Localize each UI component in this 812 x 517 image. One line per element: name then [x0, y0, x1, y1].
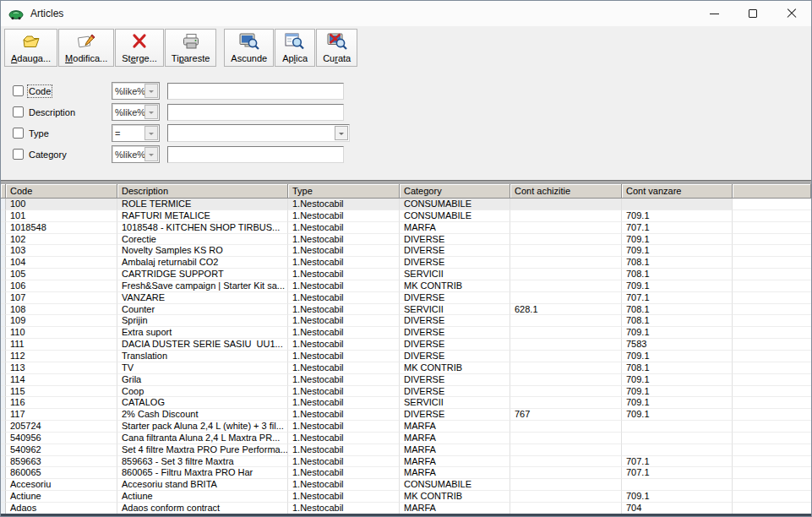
- cell-category: DIVERSE: [400, 339, 510, 351]
- type-operator-select[interactable]: =: [112, 124, 160, 142]
- window-title: Articles: [30, 8, 63, 19]
- table-row[interactable]: 116 CATALOG 1.Nestocabil SERVICII 709.1: [1, 397, 811, 409]
- table-row[interactable]: 205724 Starter pack Aluna 2,4 L (white) …: [1, 421, 811, 433]
- cell-cont-vanzare: 709.1: [622, 234, 733, 246]
- sterge-button[interactable]: Sterge...: [115, 29, 164, 67]
- table-row[interactable]: 112 Translation 1.Nestocabil DIVERSE 709…: [1, 351, 811, 362]
- cell-code: 113: [6, 362, 117, 374]
- type-filter-checkbox[interactable]: [13, 128, 24, 139]
- articles-grid: Code Description Type Category Cont achi…: [1, 180, 811, 514]
- modifica-button[interactable]: Modifica...: [58, 29, 114, 67]
- ascunde-button[interactable]: Ascunde: [224, 29, 274, 67]
- table-row[interactable]: 117 2% Cash Discount 1.Nestocabil DIVERS…: [1, 409, 811, 421]
- column-header-cont-achizitie[interactable]: Cont achizitie: [510, 184, 622, 199]
- table-row[interactable]: 115 Coop 1.Nestocabil DIVERSE 709.1: [1, 386, 811, 398]
- table-row[interactable]: 108 Counter 1.Nestocabil SERVICII 628.1 …: [1, 304, 811, 316]
- cell-cont-achizitie: [510, 433, 622, 444]
- table-row[interactable]: 105 CARTRIDGE SUPPORT 1.Nestocabil SERVI…: [1, 269, 811, 280]
- cell-cont-vanzare: [622, 199, 733, 210]
- cell-cont-vanzare: 709.1: [622, 327, 733, 339]
- cell-type: 1.Nestocabil: [288, 421, 400, 433]
- cell-category: MK CONTRIB: [400, 280, 510, 292]
- cell-filler: [733, 456, 811, 468]
- table-row[interactable]: 103 Novelty Samples KS RO 1.Nestocabil D…: [1, 245, 811, 257]
- minimize-button[interactable]: [695, 1, 733, 26]
- close-button[interactable]: [772, 1, 811, 26]
- column-header-cont-vanzare[interactable]: Cont vanzare: [622, 184, 733, 199]
- toolbar: Adauga... Modifica... Sterge...: [4, 29, 358, 67]
- cell-type: 1.Nestocabil: [288, 339, 400, 351]
- cell-category: CONSUMABILE: [400, 210, 510, 222]
- cell-cont-vanzare: 704: [622, 503, 733, 514]
- category-filter-checkbox[interactable]: [13, 149, 24, 160]
- category-filter-input[interactable]: [167, 146, 344, 163]
- close-icon: [787, 8, 797, 19]
- maximize-button[interactable]: [733, 1, 772, 26]
- table-row[interactable]: 113 TV 1.Nestocabil MK CONTRIB 708.1: [1, 362, 811, 374]
- aplica-button[interactable]: Aplica: [275, 29, 315, 67]
- description-operator-select[interactable]: %like%: [112, 103, 160, 121]
- filter-panel: Code %like% Description %like% Type: [13, 80, 350, 165]
- column-header-code[interactable]: Code: [6, 184, 117, 199]
- cell-category: MARFA: [400, 456, 510, 468]
- table-row[interactable]: 540962 Set 4 filtre Maxtra PRO Pure Perf…: [1, 444, 811, 456]
- column-header-description[interactable]: Description: [117, 184, 288, 199]
- cell-description: 2% Cash Discount: [117, 409, 288, 421]
- titlebar[interactable]: Articles: [1, 1, 811, 26]
- table-row[interactable]: Actiune Actiune 1.Nestocabil MK CONTRIB …: [1, 491, 811, 503]
- cell-cont-vanzare: 709.1: [622, 351, 733, 362]
- cell-cont-achizitie: [510, 397, 622, 409]
- cell-type: 1.Nestocabil: [288, 397, 400, 409]
- category-operator-select[interactable]: %like%: [112, 145, 160, 163]
- table-row[interactable]: Accesoriu Accesoriu stand BRITA 1.Nestoc…: [1, 479, 811, 491]
- table-row[interactable]: 107 VANZARE 1.Nestocabil DIVERSE 707.1: [1, 292, 811, 304]
- table-row[interactable]: 102 Corectie 1.Nestocabil DIVERSE 709.1: [1, 234, 811, 246]
- table-row[interactable]: 104 Ambalaj returnabil CO2 1.Nestocabil …: [1, 257, 811, 269]
- cell-filler: [733, 351, 811, 362]
- code-operator-select[interactable]: %like%: [112, 82, 160, 100]
- column-header-type[interactable]: Type: [288, 184, 400, 199]
- cell-filler: [733, 315, 811, 327]
- cell-filler: [733, 491, 811, 503]
- cell-category: CONSUMABILE: [400, 199, 510, 210]
- cell-description: 1018548 - KITCHEN SHOP TIRBUS...: [117, 222, 288, 234]
- chevron-down-icon: [335, 126, 348, 140]
- cell-code: 102: [6, 234, 117, 246]
- cell-category: MARFA: [400, 503, 510, 514]
- table-row[interactable]: 111 DACIA DUSTER SERIE SASIU UU1... 1.Ne…: [1, 339, 811, 351]
- type-filter-combobox[interactable]: [167, 124, 350, 142]
- table-row[interactable]: 110 Extra suport 1.Nestocabil DIVERSE 70…: [1, 327, 811, 339]
- cell-code: 116: [6, 397, 117, 409]
- column-header-filler: [733, 184, 811, 199]
- table-row[interactable]: Adaos Adaos conform contract 1.Nestocabi…: [1, 503, 811, 514]
- table-row[interactable]: 114 Grila 1.Nestocabil DIVERSE 709.1: [1, 374, 811, 386]
- table-row[interactable]: 540956 Cana filtranta Aluna 2,4 L Maxtra…: [1, 433, 811, 444]
- table-row[interactable]: 100 ROLE TERMICE 1.Nestocabil CONSUMABIL…: [1, 199, 811, 210]
- cell-description: Corectie: [117, 234, 288, 246]
- cell-filler: [733, 280, 811, 292]
- cell-code: 100: [6, 199, 117, 210]
- column-header-category[interactable]: Category: [400, 184, 510, 199]
- table-row[interactable]: 859663 859663 - Set 3 filtre Maxtra 1.Ne…: [1, 456, 811, 468]
- cell-cont-achizitie: [510, 374, 622, 386]
- cell-cont-achizitie: 767: [510, 409, 622, 421]
- table-row[interactable]: 1018548 1018548 - KITCHEN SHOP TIRBUS...…: [1, 222, 811, 234]
- cell-type: 1.Nestocabil: [288, 269, 400, 280]
- cell-code: 1018548: [6, 222, 117, 234]
- table-row[interactable]: 860065 860065 - Filtru Maxtra PRO Har 1.…: [1, 467, 811, 479]
- table-row[interactable]: 109 Sprijin 1.Nestocabil DIVERSE 708.1: [1, 315, 811, 327]
- description-filter-input[interactable]: [167, 104, 344, 121]
- code-filter-checkbox[interactable]: [13, 85, 24, 96]
- code-filter-label: Code: [29, 86, 51, 96]
- tipareste-button[interactable]: Tipareste: [165, 29, 216, 67]
- table-row[interactable]: 101 RAFTURI METALICE 1.Nestocabil CONSUM…: [1, 210, 811, 222]
- type-filter-label: Type: [29, 128, 49, 139]
- description-filter-checkbox[interactable]: [13, 106, 24, 117]
- cell-type: 1.Nestocabil: [288, 210, 400, 222]
- adauga-button[interactable]: Adauga...: [4, 29, 57, 67]
- cell-cont-vanzare: [622, 444, 733, 456]
- table-row[interactable]: 106 Fresh&Save campaign | Starter Kit sa…: [1, 280, 811, 292]
- cell-type: 1.Nestocabil: [288, 327, 400, 339]
- curata-button[interactable]: Curata: [316, 29, 357, 67]
- code-filter-input[interactable]: [167, 83, 344, 100]
